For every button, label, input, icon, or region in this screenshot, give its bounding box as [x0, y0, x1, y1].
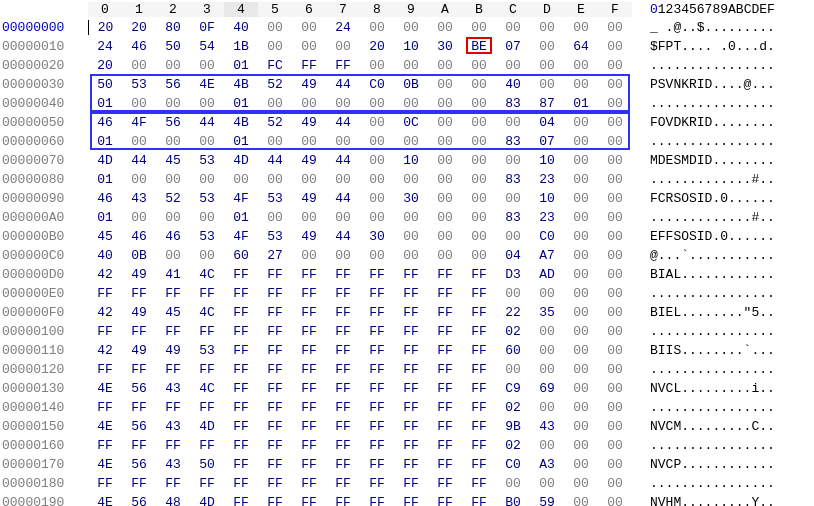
- hex-byte[interactable]: 00: [598, 191, 632, 206]
- ascii-text[interactable]: ................: [650, 286, 775, 301]
- hex-byte[interactable]: FF: [360, 419, 394, 434]
- hex-byte[interactable]: 53: [258, 229, 292, 244]
- hex-byte[interactable]: FF: [258, 438, 292, 453]
- hex-byte[interactable]: FF: [156, 476, 190, 491]
- hex-byte[interactable]: 49: [122, 343, 156, 358]
- hex-byte[interactable]: 4B: [224, 115, 258, 130]
- hex-byte[interactable]: 00: [530, 362, 564, 377]
- hex-row[interactable]: 0000006001000000010000000000000083070000…: [0, 132, 814, 151]
- hex-byte[interactable]: 52: [156, 191, 190, 206]
- hex-byte[interactable]: 00: [564, 229, 598, 244]
- hex-byte[interactable]: FF: [258, 305, 292, 320]
- hex-byte[interactable]: FF: [258, 362, 292, 377]
- hex-byte[interactable]: FF: [258, 457, 292, 472]
- hex-byte[interactable]: 0B: [394, 77, 428, 92]
- hex-byte[interactable]: FF: [462, 343, 496, 358]
- hex-byte[interactable]: FF: [462, 419, 496, 434]
- hex-byte[interactable]: 00: [326, 210, 360, 225]
- ascii-text[interactable]: $FPT.... .0...d.: [650, 39, 775, 54]
- hex-byte[interactable]: 00: [598, 400, 632, 415]
- hex-byte[interactable]: FF: [462, 305, 496, 320]
- hex-byte[interactable]: 4E: [88, 457, 122, 472]
- hex-byte[interactable]: FF: [394, 286, 428, 301]
- hex-byte[interactable]: 00: [292, 248, 326, 263]
- hex-byte[interactable]: 4F: [122, 115, 156, 130]
- hex-byte[interactable]: FF: [394, 457, 428, 472]
- hex-byte[interactable]: FF: [156, 286, 190, 301]
- hex-byte[interactable]: 54: [190, 39, 224, 54]
- hex-byte[interactable]: 00: [530, 324, 564, 339]
- hex-byte[interactable]: 00: [496, 229, 530, 244]
- hex-byte[interactable]: FF: [326, 267, 360, 282]
- hex-byte[interactable]: 00: [190, 96, 224, 111]
- hex-byte[interactable]: FF: [394, 381, 428, 396]
- hex-byte[interactable]: 9B: [496, 419, 530, 434]
- ascii-text[interactable]: ................: [650, 58, 775, 73]
- hex-byte[interactable]: 00: [564, 191, 598, 206]
- hex-byte[interactable]: FF: [394, 476, 428, 491]
- hex-byte[interactable]: 00: [258, 39, 292, 54]
- hex-byte[interactable]: A3: [530, 457, 564, 472]
- hex-byte[interactable]: 00: [156, 248, 190, 263]
- hex-byte[interactable]: FF: [258, 381, 292, 396]
- hex-row[interactable]: 000000305053564E4B524944C00B000040000000…: [0, 75, 814, 94]
- hex-byte[interactable]: 53: [122, 77, 156, 92]
- hex-row[interactable]: 000000704D4445534D4449440010000000100000…: [0, 151, 814, 170]
- hex-byte[interactable]: FF: [292, 305, 326, 320]
- hex-byte[interactable]: 4C: [190, 381, 224, 396]
- hex-row[interactable]: 00000140FFFFFFFFFFFFFFFFFFFFFFFF02000000…: [0, 398, 814, 417]
- hex-byte[interactable]: 07: [496, 39, 530, 54]
- hex-byte[interactable]: 10: [394, 39, 428, 54]
- hex-byte[interactable]: 00: [394, 248, 428, 263]
- hex-row[interactable]: 000000C0400B0000602700000000000004A70000…: [0, 246, 814, 265]
- hex-byte[interactable]: 00: [496, 476, 530, 491]
- hex-byte[interactable]: 00: [598, 286, 632, 301]
- ascii-text[interactable]: ................: [650, 400, 775, 415]
- hex-byte[interactable]: FF: [258, 343, 292, 358]
- hex-byte[interactable]: FF: [326, 495, 360, 506]
- hex-byte[interactable]: 00: [190, 58, 224, 73]
- hex-byte[interactable]: 00: [564, 172, 598, 187]
- hex-byte[interactable]: 00: [428, 20, 462, 35]
- hex-byte[interactable]: 27: [258, 248, 292, 263]
- hex-byte[interactable]: FF: [292, 381, 326, 396]
- hex-byte[interactable]: 00: [394, 172, 428, 187]
- hex-byte[interactable]: 00: [462, 115, 496, 130]
- hex-byte[interactable]: FF: [360, 343, 394, 358]
- hex-byte[interactable]: 46: [88, 191, 122, 206]
- hex-byte[interactable]: 01: [224, 58, 258, 73]
- hex-byte[interactable]: 00: [598, 495, 632, 506]
- hex-byte[interactable]: 00: [224, 172, 258, 187]
- ascii-text[interactable]: @...`...........: [650, 248, 775, 263]
- hex-byte[interactable]: FF: [292, 438, 326, 453]
- hex-byte[interactable]: 00: [564, 457, 598, 472]
- hex-byte[interactable]: 83: [496, 210, 530, 225]
- hex-byte[interactable]: 01: [224, 96, 258, 111]
- ascii-text[interactable]: EFFSOSID.0......: [650, 229, 775, 244]
- hex-byte[interactable]: FF: [462, 438, 496, 453]
- hex-byte[interactable]: 23: [530, 210, 564, 225]
- hex-byte[interactable]: 00: [530, 77, 564, 92]
- hex-byte[interactable]: 42: [88, 343, 122, 358]
- hex-byte[interactable]: 56: [156, 77, 190, 92]
- hex-row[interactable]: 000000E0FFFFFFFFFFFFFFFFFFFFFFFF00000000…: [0, 284, 814, 303]
- hex-byte[interactable]: FF: [156, 438, 190, 453]
- hex-byte[interactable]: BE: [462, 39, 496, 54]
- hex-byte[interactable]: 00: [598, 248, 632, 263]
- hex-byte[interactable]: 00: [598, 77, 632, 92]
- hex-byte[interactable]: FF: [156, 400, 190, 415]
- hex-byte[interactable]: 00: [190, 210, 224, 225]
- hex-byte[interactable]: 00: [598, 96, 632, 111]
- hex-byte[interactable]: 46: [88, 115, 122, 130]
- hex-byte[interactable]: 00: [258, 210, 292, 225]
- hex-byte[interactable]: 00: [530, 400, 564, 415]
- hex-row[interactable]: 000001504E56434DFFFFFFFFFFFFFFFF9B430000…: [0, 417, 814, 436]
- hex-byte[interactable]: AD: [530, 267, 564, 282]
- hex-byte[interactable]: 00: [564, 362, 598, 377]
- hex-byte[interactable]: C0: [530, 229, 564, 244]
- hex-byte[interactable]: FF: [292, 286, 326, 301]
- hex-byte[interactable]: 00: [292, 20, 326, 35]
- hex-byte[interactable]: 00: [496, 115, 530, 130]
- hex-byte[interactable]: 4D: [88, 153, 122, 168]
- hex-byte[interactable]: 30: [428, 39, 462, 54]
